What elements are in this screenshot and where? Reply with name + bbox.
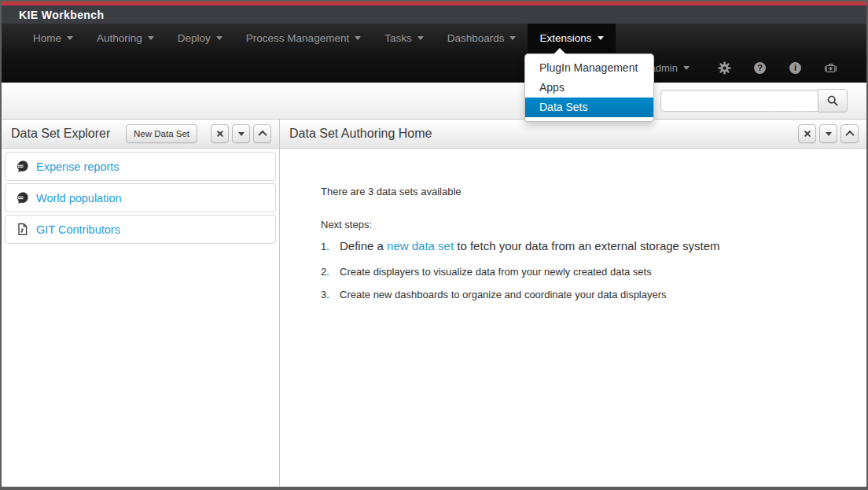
close-panel-button[interactable] bbox=[798, 124, 816, 143]
nav-item-process-management[interactable]: Process Management bbox=[234, 24, 373, 53]
data-set-item-git-contributors[interactable]: GIT Contributors bbox=[5, 215, 276, 244]
new-data-set-button[interactable]: New Data Set bbox=[126, 124, 197, 143]
data-set-link: Expense reports bbox=[36, 160, 120, 173]
csv-dataset-icon bbox=[16, 160, 29, 173]
nav-item-extensions[interactable]: Extensions bbox=[528, 24, 615, 53]
info-icon-glyph: i bbox=[789, 62, 801, 74]
chevron-up-icon bbox=[845, 131, 854, 139]
nav-item-authoring[interactable]: Authoring bbox=[85, 24, 166, 53]
data-set-link: GIT Contributors bbox=[36, 223, 120, 236]
step-text-post: to fetch your data from an external stor… bbox=[454, 239, 720, 252]
nav-item-dashboards[interactable]: Dashboards bbox=[436, 24, 528, 53]
panel-menu-button[interactable] bbox=[819, 124, 837, 143]
caret-down-icon bbox=[216, 36, 223, 40]
toolbar-row bbox=[2, 83, 866, 120]
help-icon[interactable]: ? bbox=[753, 61, 767, 75]
close-icon bbox=[216, 131, 223, 138]
medkit-icon[interactable] bbox=[824, 61, 837, 75]
step-number: 2. bbox=[321, 266, 340, 278]
brand-bar: KIE Workbench bbox=[2, 6, 866, 24]
csv-dataset-icon bbox=[16, 191, 29, 204]
menu-item-plugin-management[interactable]: PlugIn Management bbox=[525, 58, 653, 78]
search-group bbox=[660, 89, 848, 112]
panel-header-actions: New Data Set bbox=[126, 124, 271, 143]
caret-down-icon bbox=[67, 36, 73, 40]
info-icon[interactable]: i bbox=[789, 61, 802, 75]
close-icon bbox=[804, 131, 811, 138]
data-set-item-expense-reports[interactable]: Expense reports bbox=[5, 152, 276, 181]
help-icon-glyph: ? bbox=[754, 62, 766, 74]
chevron-up-icon bbox=[258, 131, 267, 139]
data-set-explorer-panel: Data Set Explorer New Data Set bbox=[2, 120, 280, 486]
step-number: 1. bbox=[321, 241, 340, 252]
nav-item-label: Authoring bbox=[97, 32, 142, 44]
step-text: Create displayers to visualize data from… bbox=[340, 266, 652, 278]
step-item-2: 2. Create displayers to visualize data f… bbox=[321, 266, 843, 278]
panel-header-actions bbox=[795, 124, 859, 143]
main-navbar: Home Authoring Deploy Process Management… bbox=[2, 24, 866, 83]
panel-menu-button[interactable] bbox=[232, 124, 250, 143]
collapse-panel-button[interactable] bbox=[253, 124, 271, 143]
nav-item-tasks[interactable]: Tasks bbox=[373, 24, 436, 53]
next-steps-label: Next steps: bbox=[321, 219, 843, 230]
data-set-link: World population bbox=[36, 192, 122, 204]
nav-item-label: Dashboards bbox=[447, 32, 505, 44]
file-dataset-icon bbox=[16, 223, 29, 236]
data-sets-available-text: There are 3 data sets available bbox=[321, 186, 843, 197]
search-input[interactable] bbox=[660, 90, 818, 112]
data-set-explorer-header: Data Set Explorer New Data Set bbox=[2, 120, 279, 149]
panel-title: Data Set Explorer bbox=[11, 127, 110, 141]
nav-item-label: Extensions bbox=[539, 32, 591, 44]
caret-down-icon bbox=[417, 36, 424, 40]
caret-down-icon bbox=[683, 66, 690, 70]
data-set-item-world-population[interactable]: World population bbox=[5, 183, 276, 212]
nav-item-label: Home bbox=[33, 32, 61, 44]
step-number: 3. bbox=[321, 289, 340, 300]
app-title: KIE Workbench bbox=[19, 9, 104, 21]
caret-down-icon bbox=[355, 36, 361, 40]
menu-item-data-sets[interactable]: Data Sets bbox=[525, 98, 653, 117]
step-text: Define a new data set to fetch your data… bbox=[340, 239, 720, 252]
step-item-1: 1. Define a new data set to fetch your d… bbox=[321, 239, 843, 252]
extensions-dropdown-menu: PlugIn Management Apps Data Sets bbox=[524, 53, 654, 122]
main-area: Data Set Explorer New Data Set bbox=[2, 120, 866, 487]
app-window: KIE Workbench Home Authoring Deploy Proc… bbox=[0, 0, 868, 490]
nav-item-label: Tasks bbox=[384, 32, 412, 44]
caret-down-icon bbox=[826, 132, 832, 136]
nav-menu-row: Home Authoring Deploy Process Management… bbox=[2, 24, 866, 53]
gear-icon[interactable] bbox=[718, 61, 731, 75]
caret-down-icon bbox=[148, 36, 154, 40]
search-button[interactable] bbox=[818, 89, 848, 112]
caret-down-icon bbox=[238, 132, 245, 136]
search-icon bbox=[826, 94, 839, 107]
caret-down-icon bbox=[598, 36, 604, 40]
menu-item-apps[interactable]: Apps bbox=[525, 78, 653, 98]
panel-title: Data Set Authoring Home bbox=[289, 127, 432, 141]
step-text-pre: Define a bbox=[340, 239, 387, 252]
caret-down-icon bbox=[509, 36, 516, 40]
nav-item-label: Deploy bbox=[178, 32, 211, 44]
collapse-panel-button[interactable] bbox=[840, 124, 859, 143]
data-set-authoring-home-panel: Data Set Authoring Home There are 3 data… bbox=[280, 120, 866, 486]
nav-user-row: : admin ? i bbox=[2, 53, 866, 83]
close-panel-button[interactable] bbox=[211, 124, 229, 143]
nav-item-label: Process Management bbox=[246, 32, 349, 44]
nav-item-home[interactable]: Home bbox=[21, 24, 85, 53]
authoring-home-content: There are 3 data sets available Next ste… bbox=[280, 149, 866, 300]
data-set-list: Expense reports World population bbox=[2, 149, 279, 248]
step-text: Create new dashboards to organize and co… bbox=[340, 289, 667, 300]
new-data-set-link[interactable]: new data set bbox=[387, 239, 454, 252]
nav-item-deploy[interactable]: Deploy bbox=[166, 24, 234, 53]
step-item-3: 3. Create new dashboards to organize and… bbox=[321, 289, 843, 300]
data-set-authoring-home-header: Data Set Authoring Home bbox=[280, 120, 866, 149]
next-steps-list: 1. Define a new data set to fetch your d… bbox=[321, 239, 843, 300]
